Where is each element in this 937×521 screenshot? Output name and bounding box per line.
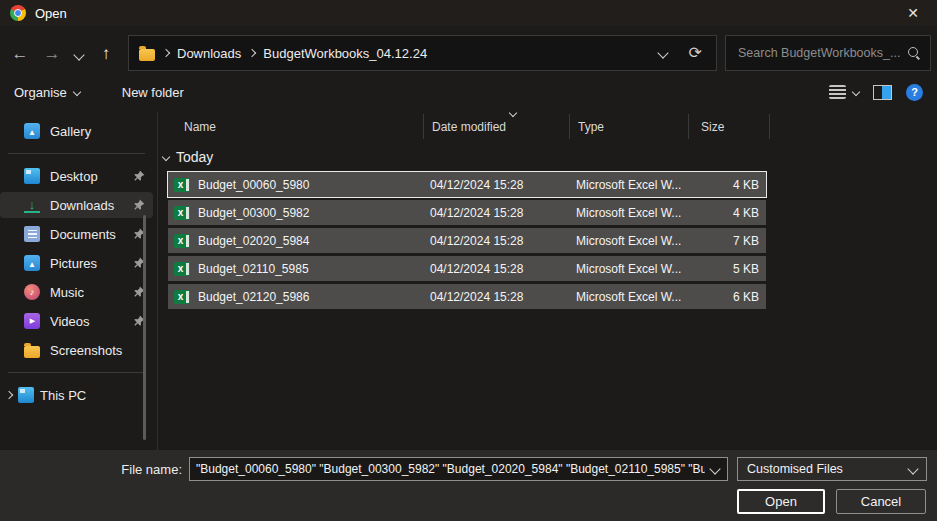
sidebar-item-documents[interactable]: Documents <box>0 221 153 247</box>
sidebar-item-label: This PC <box>40 388 86 403</box>
excel-file-icon <box>174 234 190 248</box>
excel-file-icon <box>174 262 190 276</box>
file-name: Budget_00300_5982 <box>198 206 430 220</box>
sidebar-scrollbar[interactable] <box>143 215 146 440</box>
videos-icon <box>24 313 40 329</box>
excel-file-icon <box>174 206 190 220</box>
file-size: 7 KB <box>696 234 766 248</box>
back-button[interactable]: ← <box>4 45 36 62</box>
file-name: Budget_02120_5986 <box>198 290 430 304</box>
file-date-modified: 04/12/2024 15:28 <box>430 290 576 304</box>
file-row[interactable]: Budget_02020_598404/12/2024 15:28Microso… <box>168 228 766 253</box>
file-row[interactable]: Budget_02110_598504/12/2024 15:28Microso… <box>168 256 766 281</box>
new-folder-button[interactable]: New folder <box>122 85 184 100</box>
file-type: Microsoft Excel W... <box>576 178 696 192</box>
sidebar-item-label: Videos <box>50 314 90 329</box>
help-icon[interactable]: ? <box>906 84 923 101</box>
folder-icon <box>24 346 40 358</box>
excel-file-icon <box>174 178 190 192</box>
file-size: 4 KB <box>696 178 766 192</box>
file-name-input[interactable] <box>189 457 728 481</box>
column-header-name[interactable]: Name <box>158 114 423 139</box>
sidebar-item-label: Desktop <box>50 169 98 184</box>
column-headers: Name Date modified Type Size <box>158 114 937 139</box>
file-date-modified: 04/12/2024 15:28 <box>430 206 576 220</box>
refresh-icon[interactable]: ⟳ <box>689 45 702 61</box>
search-input[interactable] <box>736 45 908 61</box>
file-date-modified: 04/12/2024 15:28 <box>430 178 576 192</box>
open-button[interactable]: Open <box>737 489 825 514</box>
command-toolbar: Organise New folder ? <box>0 75 937 109</box>
expand-chevron-icon[interactable] <box>5 391 13 399</box>
up-button[interactable]: ↑ <box>90 45 122 62</box>
chrome-logo-icon <box>10 5 26 21</box>
navigation-sidebar: GalleryDesktopDownloadsDocumentsPictures… <box>0 112 158 450</box>
file-row[interactable]: Budget_00060_598004/12/2024 15:28Microso… <box>168 172 766 197</box>
cancel-button[interactable]: Cancel <box>836 489 926 514</box>
close-icon[interactable]: ✕ <box>899 5 927 21</box>
file-name-combo[interactable] <box>189 457 728 481</box>
column-header-size[interactable]: Size <box>688 114 770 139</box>
search-icon <box>908 47 920 59</box>
chevron-down-icon <box>73 49 84 60</box>
file-list-pane: Name Date modified Type Size Today Budge… <box>158 112 937 450</box>
file-row[interactable]: Budget_00300_598204/12/2024 15:28Microso… <box>168 200 766 225</box>
file-row[interactable]: Budget_02120_598604/12/2024 15:28Microso… <box>168 284 766 309</box>
chevron-right-icon[interactable] <box>248 49 256 57</box>
chevron-down-icon <box>907 463 918 474</box>
file-name: Budget_00060_5980 <box>198 178 430 192</box>
organise-menu[interactable]: Organise <box>14 85 80 100</box>
dialog-body: GalleryDesktopDownloadsDocumentsPictures… <box>0 112 937 450</box>
sidebar-item-videos[interactable]: Videos <box>0 308 153 334</box>
gallery-icon <box>24 123 40 139</box>
downloads-icon <box>24 197 40 213</box>
documents-icon <box>24 226 40 242</box>
sidebar-item-label: Music <box>50 285 84 300</box>
list-view-icon <box>829 85 846 99</box>
file-type: Microsoft Excel W... <box>576 234 696 248</box>
sidebar-item-label: Gallery <box>50 124 91 139</box>
preview-pane-icon[interactable] <box>873 85 892 100</box>
dialog-footer: File name: Customised Files Open Cancel <box>0 450 937 521</box>
column-header-date-modified[interactable]: Date modified <box>423 114 569 139</box>
breadcrumb-downloads[interactable]: Downloads <box>177 46 241 61</box>
group-header-today[interactable]: Today <box>158 149 937 165</box>
desktop-icon <box>24 168 40 184</box>
pictures-icon <box>24 255 40 271</box>
sidebar-item-desktop[interactable]: Desktop <box>0 163 153 189</box>
sidebar-item-screenshots[interactable]: Screenshots <box>0 337 153 363</box>
pin-icon <box>133 170 145 182</box>
sidebar-item-label: Downloads <box>50 198 114 213</box>
chevron-down-icon <box>73 88 81 96</box>
music-icon <box>24 284 40 300</box>
search-box[interactable] <box>725 35 931 71</box>
file-date-modified: 04/12/2024 15:28 <box>430 234 576 248</box>
file-name: Budget_02020_5984 <box>198 234 430 248</box>
file-name-label: File name: <box>10 462 189 477</box>
sidebar-item-downloads[interactable]: Downloads <box>0 192 153 218</box>
chevron-right-icon[interactable] <box>162 49 170 57</box>
file-size: 5 KB <box>696 262 766 276</box>
group-label: Today <box>176 149 213 165</box>
address-bar[interactable]: Downloads BudgetWorkbooks_04.12.24 ⟳ <box>128 35 717 71</box>
sidebar-item-label: Pictures <box>50 256 97 271</box>
view-options-button[interactable] <box>829 85 859 99</box>
file-type-select[interactable]: Customised Files <box>737 457 927 481</box>
file-type: Microsoft Excel W... <box>576 206 696 220</box>
breadcrumb-current-folder[interactable]: BudgetWorkbooks_04.12.24 <box>263 46 427 61</box>
organise-label: Organise <box>14 85 67 100</box>
pin-icon <box>133 199 145 211</box>
sidebar-item-label: Screenshots <box>50 343 122 358</box>
file-type: Microsoft Excel W... <box>576 290 696 304</box>
title-bar: Open ✕ <box>0 0 937 26</box>
sidebar-item-this-pc[interactable]: This PC <box>0 382 153 408</box>
sidebar-item-music[interactable]: Music <box>0 279 153 305</box>
recent-locations-dropdown[interactable] <box>68 45 90 62</box>
forward-button[interactable]: → <box>36 45 68 62</box>
sidebar-item-gallery[interactable]: Gallery <box>0 118 153 144</box>
column-header-type[interactable]: Type <box>569 114 688 139</box>
address-dropdown-icon[interactable] <box>657 47 668 58</box>
folder-icon <box>139 49 155 61</box>
window-title: Open <box>35 6 67 21</box>
sidebar-item-pictures[interactable]: Pictures <box>0 250 153 276</box>
